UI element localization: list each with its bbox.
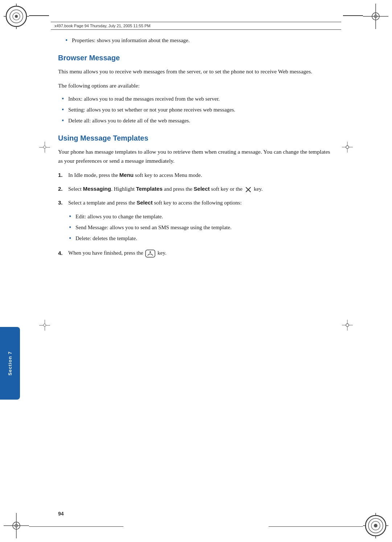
end-key-icon — [145, 250, 155, 258]
numbered-steps: 1. In Idle mode, press the Menu soft key… — [58, 171, 334, 207]
browser-message-heading: Browser Message — [58, 54, 334, 62]
browser-message-body1: This menu allows you to receive web mess… — [58, 67, 334, 76]
svg-point-3 — [15, 15, 18, 18]
svg-point-26 — [346, 146, 349, 149]
bullet-dot-delete: • — [69, 234, 75, 243]
browser-message-body2: The following options are available: — [58, 81, 334, 90]
bullet-setting-text: Setting: allows you to set whether or no… — [68, 106, 235, 114]
bullet-edit-text: Edit: allows you to change the template. — [75, 213, 163, 221]
section-tab-label: Section 7 — [7, 351, 13, 376]
header-text: x497.book Page 94 Thursday, July 21, 200… — [54, 24, 150, 28]
bullet-edit: • Edit: allows you to change the templat… — [69, 213, 334, 221]
corner-decoration-tl — [4, 4, 29, 29]
bullet-dot-1: • — [62, 94, 68, 104]
using-message-templates-heading: Using Message Templates — [58, 134, 334, 142]
bullet-dot-2: • — [62, 105, 68, 114]
bullet-delete-all-text: Delete all: allows you to delete all of … — [68, 117, 190, 125]
right-crosshair-lower — [342, 320, 353, 331]
bullet-dot-3: • — [62, 116, 68, 125]
bullet-dot-properties: • — [65, 36, 72, 45]
step-3-content: Select a template and press the Select s… — [68, 198, 334, 207]
bottom-line-right — [269, 526, 363, 527]
step-4: 4. When you have finished, press the key… — [58, 249, 334, 258]
bullet-delete: • Delete: deletes the template. — [69, 234, 334, 243]
step-3-num: 3. — [58, 198, 68, 207]
template-sub-bullets: • Edit: allows you to change the templat… — [58, 213, 334, 243]
bottom-line-left — [29, 526, 123, 527]
page: x497.book Page 94 Thursday, July 21, 200… — [0, 0, 392, 542]
bullet-dot-send: • — [69, 223, 75, 232]
step-4-list: 4. When you have finished, press the key… — [58, 249, 334, 258]
step-1: 1. In Idle mode, press the Menu soft key… — [58, 171, 334, 179]
corner-decoration-tr — [363, 4, 388, 29]
step-3: 3. Select a template and press the Selec… — [58, 198, 334, 207]
left-crosshair-lower — [39, 320, 50, 331]
left-crosshair-mid — [39, 142, 50, 153]
bullet-send-text: Send Message: allows you to send an SMS … — [75, 223, 232, 232]
step-4-num: 4. — [58, 249, 68, 257]
section-tab: Section 7 — [0, 327, 20, 400]
properties-bullet: • Properties: shows you information abou… — [65, 36, 334, 45]
step-2: 2. Select Messaging. Highlight Templates… — [58, 185, 334, 193]
using-templates-body: Your phone has message templates to allo… — [58, 147, 334, 166]
bullet-inbox: • Inbox: allows you to read the messages… — [62, 95, 334, 104]
svg-point-29 — [346, 324, 349, 327]
bullet-setting: • Setting: allows you to set whether or … — [62, 106, 334, 114]
bullet-delete-all: • Delete all: allows you to delete all o… — [62, 117, 334, 125]
page-number: 94 — [58, 511, 64, 517]
top-line-left — [29, 15, 49, 16]
step-2-bold3: Select — [194, 186, 210, 192]
step-4-content: When you have finished, press the key. — [68, 249, 334, 258]
browser-message-bullets: • Inbox: allows you to read the messages… — [58, 95, 334, 126]
properties-text: Properties: shows you information about … — [72, 36, 190, 45]
main-content: • Properties: shows you information abou… — [58, 36, 334, 506]
step-2-content: Select Messaging. Highlight Templates an… — [68, 185, 334, 193]
step-2-num: 2. — [58, 185, 68, 193]
x-key-icon — [245, 186, 252, 193]
step-3-bold1: Select — [136, 199, 152, 206]
bullet-delete-text: Delete: deletes the template. — [75, 234, 137, 243]
svg-point-19 — [374, 524, 377, 527]
step-2-bold2: Templates — [136, 186, 163, 192]
bullet-dot-edit: • — [69, 212, 75, 221]
svg-point-33 — [150, 251, 151, 253]
bullet-send-message: • Send Message: allows you to send an SM… — [69, 223, 334, 232]
step-1-num: 1. — [58, 171, 68, 179]
right-crosshair-mid — [342, 142, 353, 153]
corner-decoration-br — [363, 513, 388, 538]
svg-rect-32 — [146, 250, 155, 257]
corner-decoration-bl — [4, 513, 29, 538]
bullet-inbox-text: Inbox: allows you to read the messages r… — [68, 95, 220, 103]
step-1-content: In Idle mode, press the Menu soft key to… — [68, 171, 334, 179]
header-bar: x497.book Page 94 Thursday, July 21, 200… — [51, 22, 341, 30]
top-line-right — [343, 15, 363, 16]
step-2-bold1: Messaging — [83, 186, 111, 192]
step-1-bold1: Menu — [119, 172, 134, 178]
intro-bullet: • Properties: shows you information abou… — [58, 36, 334, 45]
